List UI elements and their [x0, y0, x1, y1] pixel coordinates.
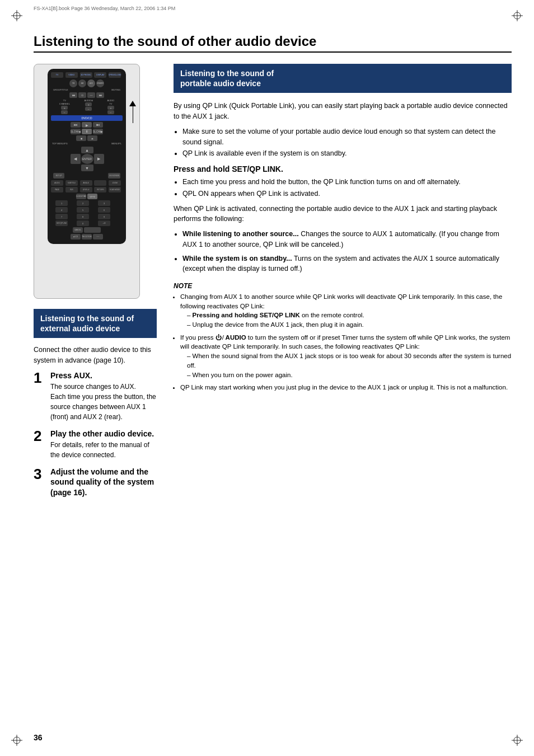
step-2-number: 2 [34, 429, 46, 443]
step-1-title: Press AUX. [50, 370, 157, 381]
when-activated-intro: When QP Link is activated, connecting th… [174, 204, 512, 225]
left-column: TV VIDEO 3D PHONIC DISPLAY OPEN/CLOSE FM… [34, 64, 157, 505]
corner-mark-bl [11, 735, 22, 746]
subsection-title: Press and hold SET/QP LINK. [174, 165, 512, 173]
page-title: Listening to the sound of other audio de… [34, 34, 512, 49]
subsection-bullet-list: Each time you press and hold the button,… [182, 177, 512, 199]
step-3: 3 Adjust the volume and the sound qualit… [34, 467, 157, 499]
note-sub-0-1: Unplug the device from the AUX 1 jack, t… [193, 321, 364, 328]
external-audio-section-box: Listening to the sound of external audio… [34, 309, 157, 338]
step-2: 2 Play the other audio device. For detai… [34, 429, 157, 460]
right-bullet-list: Make sure to set the volume of your port… [182, 126, 512, 159]
note-item-2-text: QP Link may start working when you just … [180, 384, 508, 391]
note-list: Changing from AUX 1 to another source wh… [180, 292, 512, 392]
note-sub-0-0: on the remote control. [302, 312, 364, 318]
step-1-number: 1 [34, 370, 46, 385]
when-activated-0-title: While listening to another source... [182, 230, 299, 238]
when-activated-list: While listening to another source... Cha… [182, 229, 512, 274]
remote-control-image: TV VIDEO 3D PHONIC DISPLAY OPEN/CLOSE FM… [34, 64, 140, 299]
note-item-2: QP Link may start working when you just … [180, 383, 512, 392]
steps-section: 1 Press AUX. The source changes to AUX. … [34, 370, 157, 499]
right-intro-text: By using QP Link (Quick Portable Link), … [174, 101, 512, 122]
file-info-header: FS-XA1[B].book Page 36 Wednesday, March … [34, 6, 175, 11]
when-activated-0: While listening to another source... Cha… [182, 229, 512, 250]
when-activated-1-title: While the system is on standby... [182, 255, 292, 262]
portable-audio-section-box: Listening to the sound of portable audio… [174, 64, 512, 93]
page: FS-XA1[B].book Page 36 Wednesday, March … [0, 0, 534, 756]
two-col-layout: TV VIDEO 3D PHONIC DISPLAY OPEN/CLOSE FM… [34, 64, 512, 505]
note-sub-1-1: When you turn on the power again. [193, 372, 293, 378]
note-item-1-sub-0: – When the sound signal from the AUX 1 j… [187, 351, 512, 370]
left-intro-text: Connect the other audio device to this s… [34, 345, 157, 366]
note-item-0-text: Changing from AUX 1 to another source wh… [180, 293, 502, 309]
arrow-up-indicator [129, 101, 136, 106]
right-column: Listening to the sound of portable audio… [174, 64, 512, 505]
step-3-title: Adjust the volume and the sound quality … [50, 467, 157, 497]
note-sub-1-0: When the sound signal from the AUX 1 jac… [187, 353, 511, 369]
note-item-0-sub-1: – Unplug the device from the AUX 1 jack,… [187, 320, 512, 330]
page-title-section: Listening to the sound of other audio de… [34, 34, 512, 53]
subsection-bullet-1: QPL ON appears when QP Link is activated… [182, 189, 512, 199]
step-2-content: Play the other audio device. For details… [50, 429, 157, 460]
step-1-content: Press AUX. The source changes to AUX. Ea… [50, 370, 157, 422]
note-item-0-sub-0: – Pressing and holding SET/QP LINK on th… [187, 311, 512, 320]
note-item-1-sub-1: – When you turn on the power again. [187, 370, 512, 380]
subsection-bullet-0: Each time you press and hold the button,… [182, 177, 512, 187]
step-1-body: The source changes to AUX. Each time you… [50, 382, 157, 422]
arrow-line [133, 106, 133, 123]
note-item-1-text: If you press ⏻/ AUDIO to turn the system… [180, 334, 510, 350]
step-2-body: For details, refer to the manual of the … [50, 440, 157, 460]
page-number: 36 [34, 733, 43, 742]
right-bullet-0: Make sure to set the volume of your port… [182, 126, 512, 148]
right-bullet-1: QP Link is available even if the system … [182, 148, 512, 159]
step-3-content: Adjust the volume and the sound quality … [50, 467, 157, 499]
corner-mark-tr [512, 10, 523, 21]
right-col-inner: Listening to the sound of portable audio… [174, 64, 512, 392]
note-item-1: If you press ⏻/ AUDIO to turn the system… [180, 333, 512, 379]
remote-body: TV VIDEO 3D PHONIC DISPLAY OPEN/CLOSE FM… [48, 69, 126, 244]
step-2-title: Play the other audio device. [50, 429, 157, 439]
corner-mark-tl [11, 10, 22, 21]
when-activated-1: While the system is on standby... Turns … [182, 253, 512, 275]
note-title: NOTE [174, 282, 512, 290]
note-section: NOTE Changing from AUX 1 to another sour… [174, 282, 512, 392]
corner-mark-br [512, 735, 523, 746]
step-3-number: 3 [34, 467, 46, 481]
note-item-0: Changing from AUX 1 to another source wh… [180, 292, 512, 330]
step-1: 1 Press AUX. The source changes to AUX. … [34, 370, 157, 422]
